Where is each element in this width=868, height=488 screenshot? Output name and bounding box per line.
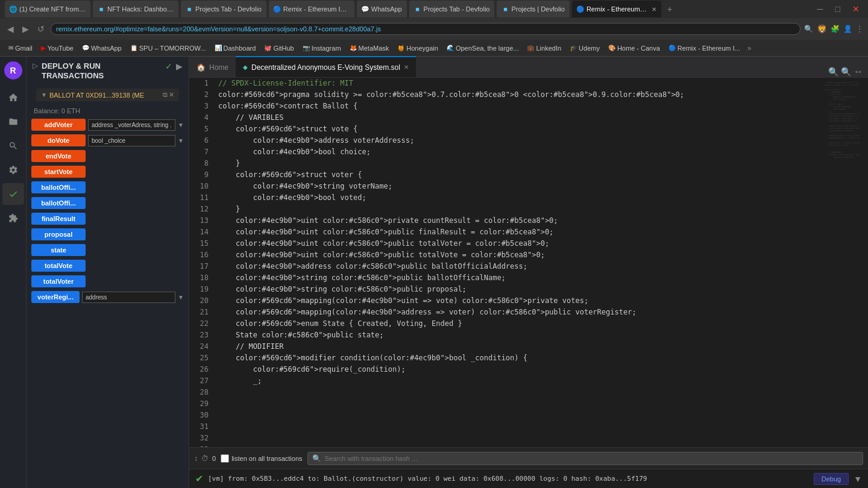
code-line-33: _; bbox=[218, 375, 819, 387]
bookmark-canva[interactable]: 🎨 Home - Canva bbox=[605, 43, 664, 53]
tab-1-label: (1) Create NFT from sc bbox=[19, 5, 86, 13]
tab-1[interactable]: 🌐 (1) Create NFT from sc bbox=[5, 1, 90, 17]
proposal-button[interactable]: proposal bbox=[31, 228, 86, 240]
sidebar-filebrowser-btn[interactable] bbox=[2, 111, 24, 133]
voterRegi-button[interactable]: voterRegi... bbox=[31, 291, 80, 303]
bookmark-github[interactable]: 🐙 GitHub bbox=[260, 43, 297, 53]
bookmark-remix[interactable]: 🔵 Remix - Ethereum I... bbox=[665, 43, 744, 53]
addVoter-button[interactable]: addVoter bbox=[31, 119, 86, 131]
addVoter-input[interactable] bbox=[88, 119, 175, 131]
back-button[interactable]: ◀ bbox=[5, 23, 16, 35]
sidebar-compile-btn[interactable] bbox=[2, 159, 24, 181]
finalResult-button[interactable]: finalResult bbox=[31, 213, 86, 225]
youtube-icon: ▶ bbox=[41, 45, 46, 51]
tab-2-icon: ■ bbox=[98, 5, 105, 13]
sol-file-close[interactable]: ✕ bbox=[404, 64, 409, 70]
debug-button[interactable]: Debug bbox=[814, 473, 849, 485]
bookmark-spu[interactable]: 📋 SPU – TOMORROW... bbox=[127, 43, 210, 53]
bookmark-dashboard-label: Dashboard bbox=[224, 45, 256, 52]
tx-listen: listen on all transactions bbox=[221, 454, 302, 463]
bookmark-gmail[interactable]: ✉ Gmail bbox=[5, 43, 36, 53]
code-line-12: color:#4ec9b0">bool voted; bbox=[218, 192, 819, 204]
sidebar-search-btn[interactable] bbox=[2, 135, 24, 157]
bookmark-opensea[interactable]: 🌊 OpenSea, the large... bbox=[443, 43, 523, 53]
bookmark-instagram[interactable]: 📷 Instagram bbox=[299, 43, 345, 53]
ballotOffi1-button[interactable]: ballotOffi... bbox=[31, 181, 86, 193]
tab-6[interactable]: ■ Projects Tab - Devfolio bbox=[409, 1, 495, 17]
code-line-26: color:#569cd6">enum State { Created, Vot… bbox=[218, 318, 819, 330]
minimize-button[interactable]: ─ bbox=[814, 4, 827, 14]
address-input[interactable] bbox=[51, 23, 800, 35]
tab-8[interactable]: 🔵 Remix - Ethereum I... ✕ bbox=[572, 1, 661, 17]
zoom-in-btn[interactable]: 🔍 bbox=[841, 67, 851, 77]
voterRegi-input[interactable] bbox=[82, 292, 175, 303]
log-text: [vm] from: 0x5B3...eddc4 to: Ballot.(con… bbox=[208, 475, 809, 483]
startVote-button[interactable]: startVote bbox=[31, 166, 86, 178]
bookmark-whatsapp[interactable]: 💬 WhatsApp bbox=[78, 43, 125, 53]
tab-4[interactable]: 🔵 Remix - Ethereum IDE bbox=[269, 1, 354, 17]
doVote-input[interactable] bbox=[88, 135, 175, 146]
totalVote-button[interactable]: totalVote bbox=[31, 260, 86, 272]
bookmark-udemy[interactable]: 🎓 Udemy bbox=[566, 43, 603, 53]
account-icon[interactable]: 👤 bbox=[843, 25, 852, 33]
totalVoter-button[interactable]: totalVoter bbox=[31, 275, 86, 287]
tab-sol-file[interactable]: ◆ Decentralized Anonymous E-Voing System… bbox=[236, 56, 416, 77]
tab-2[interactable]: ■ NFT Hacks: Dashboard bbox=[93, 1, 178, 17]
copy-address-icon[interactable]: ⧉ bbox=[163, 91, 168, 99]
tab-8-close[interactable]: ✕ bbox=[652, 6, 656, 13]
zoom-out-btn[interactable]: 🔍 bbox=[828, 67, 838, 77]
tx-count: 0 bbox=[212, 455, 216, 462]
sidebar-deploy-btn[interactable] bbox=[2, 183, 24, 205]
code-content[interactable]: // SPDX-License-Identifier: MITcolor:#56… bbox=[213, 78, 823, 447]
bookmark-dashboard[interactable]: 📊 Dashboard bbox=[211, 43, 260, 53]
endVote-button[interactable]: endVote bbox=[31, 150, 86, 162]
bookmark-instagram-label: Instagram bbox=[312, 45, 341, 52]
tab-home[interactable]: 🏠 Home bbox=[189, 56, 236, 77]
panel-arrow-icon[interactable]: ▶ bbox=[176, 61, 183, 71]
voterRegi-dropdown[interactable]: ▼ bbox=[178, 294, 184, 301]
code-line-15: color:#4ec9b0">uint color:#c586c0">publi… bbox=[218, 227, 819, 238]
sidebar-home-btn[interactable] bbox=[2, 87, 24, 108]
udemy-icon: 🎓 bbox=[570, 45, 577, 51]
tab-7[interactable]: ■ Projects | Devfolio bbox=[497, 1, 569, 17]
whatsapp-icon: 💬 bbox=[82, 45, 89, 51]
bookmark-youtube[interactable]: ▶ YouTube bbox=[37, 43, 77, 53]
sol-file-icon: ◆ bbox=[243, 64, 248, 70]
doVote-dropdown[interactable]: ▼ bbox=[178, 137, 184, 144]
fn-totalVote-row: totalVote bbox=[27, 258, 189, 274]
bookmark-honeygain[interactable]: 🍯 Honeygain bbox=[394, 43, 442, 53]
doVote-button[interactable]: doVote bbox=[31, 134, 86, 146]
tab-8-icon: 🔵 bbox=[577, 5, 584, 13]
sidebar-plugin-btn[interactable] bbox=[2, 207, 24, 229]
menu-icon[interactable]: ⋮ bbox=[856, 25, 863, 33]
tx-time-icon[interactable]: ⏱ bbox=[201, 454, 209, 463]
new-tab-button[interactable]: + bbox=[664, 4, 676, 14]
maximize-button[interactable]: □ bbox=[832, 4, 844, 14]
addVoter-dropdown[interactable]: ▼ bbox=[178, 122, 184, 128]
panel-expand-icon[interactable]: ▷ bbox=[33, 61, 38, 70]
minimap: // SPDX-License-Identifier: MIT pragma s… bbox=[823, 78, 860, 447]
opensea-icon: 🌊 bbox=[447, 45, 454, 51]
tab-3[interactable]: ■ Projects Tab - Devfolio bbox=[181, 1, 266, 17]
bookmark-metamask[interactable]: 🦊 MetaMask bbox=[346, 43, 393, 53]
debug-expand-icon[interactable]: ▼ bbox=[854, 474, 862, 484]
tx-listen-checkbox[interactable] bbox=[221, 454, 229, 463]
sync-btn[interactable]: ↔ bbox=[854, 66, 863, 77]
extension-icon[interactable]: 🧩 bbox=[831, 25, 840, 33]
contract-actions: ⧉ ✕ bbox=[163, 91, 174, 99]
contract-row[interactable]: ▼ BALLOT AT 0XD91...39138 (ME ⧉ ✕ bbox=[36, 89, 179, 101]
deploy-panel: ▷ DEPLOY & RUNTRANSACTIONS ✓ ▶ ▼ BALLOT … bbox=[27, 57, 189, 488]
tx-clear-icon[interactable]: ↕ bbox=[194, 454, 198, 463]
tx-search-input[interactable] bbox=[307, 452, 863, 465]
forward-button[interactable]: ▶ bbox=[20, 23, 31, 35]
reload-button[interactable]: ↺ bbox=[35, 23, 47, 35]
bookmark-linkedin[interactable]: 💼 LinkedIn bbox=[523, 43, 565, 53]
close-button[interactable]: ✕ bbox=[849, 4, 863, 14]
tab-5[interactable]: 💬 WhatsApp bbox=[357, 1, 407, 17]
state-button[interactable]: state bbox=[31, 244, 86, 256]
brave-shield-icon[interactable]: 🦁 bbox=[817, 24, 827, 34]
bookmarks-more[interactable]: » bbox=[747, 44, 752, 52]
ballotOffi2-button[interactable]: ballotOffi... bbox=[31, 197, 86, 209]
log-success-icon: ✔ bbox=[195, 473, 203, 484]
remove-contract-icon[interactable]: ✕ bbox=[169, 91, 174, 99]
